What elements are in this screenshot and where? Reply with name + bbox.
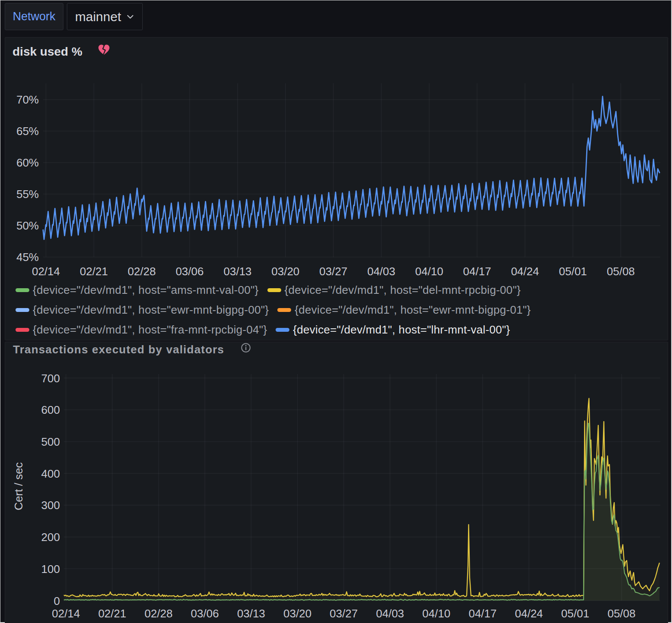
svg-text:02/28: 02/28 [128,265,156,278]
svg-text:02/14: 02/14 [52,607,80,620]
svg-text:70%: 70% [16,93,39,106]
svg-text:05/08: 05/08 [607,265,635,278]
svg-text:03/06: 03/06 [176,265,204,278]
svg-text:100: 100 [41,563,60,576]
svg-text:700: 700 [41,372,60,385]
svg-text:03/06: 03/06 [191,607,219,620]
svg-text:04/24: 04/24 [515,607,543,620]
svg-text:50%: 50% [16,219,39,232]
svg-text:02/21: 02/21 [80,265,108,278]
svg-text:03/13: 03/13 [237,607,265,620]
svg-text:300: 300 [41,499,60,512]
svg-text:03/27: 03/27 [319,265,347,278]
svg-text:02/21: 02/21 [98,607,126,620]
svg-text:02/28: 02/28 [144,607,173,620]
svg-text:200: 200 [41,531,60,544]
svg-text:600: 600 [41,403,60,416]
svg-text:45%: 45% [16,251,39,264]
svg-text:02/14: 02/14 [32,265,60,278]
svg-text:03/20: 03/20 [283,607,311,620]
svg-text:03/20: 03/20 [271,265,299,278]
svg-text:04/03: 04/03 [376,607,404,620]
svg-text:04/24: 04/24 [511,265,539,278]
svg-text:03/13: 03/13 [223,265,251,278]
svg-text:05/08: 05/08 [607,607,635,620]
svg-text:04/10: 04/10 [422,607,450,620]
svg-text:04/17: 04/17 [468,607,496,620]
svg-text:04/17: 04/17 [463,265,491,278]
svg-text:0: 0 [54,595,60,607]
svg-text:400: 400 [41,467,60,480]
svg-text:05/01: 05/01 [561,607,589,620]
svg-text:500: 500 [41,435,60,448]
svg-text:55%: 55% [16,188,39,201]
svg-text:04/03: 04/03 [367,265,395,278]
svg-text:60%: 60% [16,156,39,169]
svg-text:65%: 65% [16,125,39,138]
svg-text:03/27: 03/27 [330,607,358,620]
svg-text:04/10: 04/10 [415,265,443,278]
svg-text:05/01: 05/01 [559,265,587,278]
